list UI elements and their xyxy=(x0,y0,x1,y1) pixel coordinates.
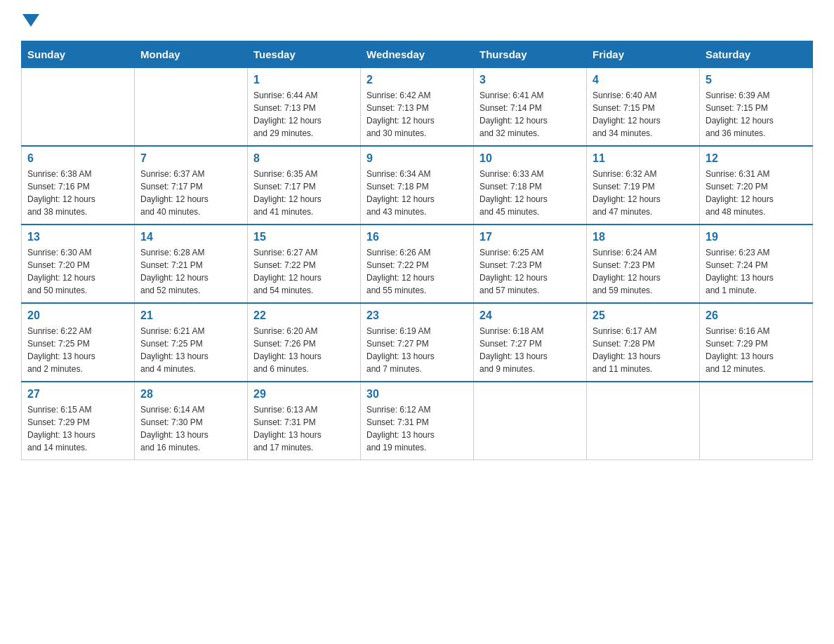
calendar-week-row: 20Sunrise: 6:22 AM Sunset: 7:25 PM Dayli… xyxy=(22,303,813,382)
day-info: Sunrise: 6:14 AM Sunset: 7:30 PM Dayligh… xyxy=(140,403,241,454)
day-info: Sunrise: 6:25 AM Sunset: 7:23 PM Dayligh… xyxy=(479,246,581,297)
calendar-cell: 10Sunrise: 6:33 AM Sunset: 7:18 PM Dayli… xyxy=(474,146,587,224)
calendar-cell: 3Sunrise: 6:41 AM Sunset: 7:14 PM Daylig… xyxy=(474,68,587,147)
calendar-cell: 1Sunrise: 6:44 AM Sunset: 7:13 PM Daylig… xyxy=(248,68,361,147)
calendar-cell: 15Sunrise: 6:27 AM Sunset: 7:22 PM Dayli… xyxy=(248,224,361,303)
day-number: 14 xyxy=(140,231,241,243)
day-number: 8 xyxy=(253,152,355,165)
day-number: 25 xyxy=(593,309,694,322)
calendar-cell: 20Sunrise: 6:22 AM Sunset: 7:25 PM Dayli… xyxy=(22,303,135,382)
day-info: Sunrise: 6:15 AM Sunset: 7:29 PM Dayligh… xyxy=(27,403,128,454)
calendar-cell: 7Sunrise: 6:37 AM Sunset: 7:17 PM Daylig… xyxy=(135,146,248,224)
day-number: 15 xyxy=(253,231,355,243)
day-info: Sunrise: 6:16 AM Sunset: 7:29 PM Dayligh… xyxy=(706,325,807,375)
calendar-week-row: 13Sunrise: 6:30 AM Sunset: 7:20 PM Dayli… xyxy=(22,224,813,303)
header-monday: Monday xyxy=(135,41,248,68)
calendar-week-row: 6Sunrise: 6:38 AM Sunset: 7:16 PM Daylig… xyxy=(22,146,813,224)
calendar-cell: 4Sunrise: 6:40 AM Sunset: 7:15 PM Daylig… xyxy=(587,68,700,147)
calendar-cell: 16Sunrise: 6:26 AM Sunset: 7:22 PM Dayli… xyxy=(361,224,474,303)
day-info: Sunrise: 6:37 AM Sunset: 7:17 PM Dayligh… xyxy=(140,168,241,218)
calendar-cell: 6Sunrise: 6:38 AM Sunset: 7:16 PM Daylig… xyxy=(22,146,135,224)
day-info: Sunrise: 6:17 AM Sunset: 7:28 PM Dayligh… xyxy=(593,325,694,375)
calendar-cell: 12Sunrise: 6:31 AM Sunset: 7:20 PM Dayli… xyxy=(700,146,813,224)
day-info: Sunrise: 6:23 AM Sunset: 7:24 PM Dayligh… xyxy=(706,246,807,297)
day-number: 27 xyxy=(27,388,128,401)
day-info: Sunrise: 6:20 AM Sunset: 7:26 PM Dayligh… xyxy=(253,325,355,375)
logo-triangle-icon xyxy=(22,14,39,27)
day-number: 17 xyxy=(479,231,581,243)
day-number: 12 xyxy=(706,152,807,165)
header-saturday: Saturday xyxy=(700,41,813,68)
calendar-cell: 22Sunrise: 6:20 AM Sunset: 7:26 PM Dayli… xyxy=(248,303,361,382)
day-number: 26 xyxy=(706,309,807,322)
day-number: 5 xyxy=(706,74,807,86)
day-number: 7 xyxy=(140,152,241,165)
day-number: 21 xyxy=(140,309,241,322)
day-number: 19 xyxy=(706,231,807,243)
day-number: 29 xyxy=(253,388,355,401)
day-info: Sunrise: 6:19 AM Sunset: 7:27 PM Dayligh… xyxy=(366,325,468,375)
day-info: Sunrise: 6:34 AM Sunset: 7:18 PM Dayligh… xyxy=(366,168,468,218)
calendar-cell: 24Sunrise: 6:18 AM Sunset: 7:27 PM Dayli… xyxy=(474,303,587,382)
calendar-cell: 29Sunrise: 6:13 AM Sunset: 7:31 PM Dayli… xyxy=(248,382,361,460)
calendar-cell: 26Sunrise: 6:16 AM Sunset: 7:29 PM Dayli… xyxy=(700,303,813,382)
day-number: 20 xyxy=(27,309,128,322)
day-number: 2 xyxy=(366,74,468,86)
calendar-cell: 5Sunrise: 6:39 AM Sunset: 7:15 PM Daylig… xyxy=(700,68,813,147)
day-info: Sunrise: 6:31 AM Sunset: 7:20 PM Dayligh… xyxy=(706,168,807,218)
logo xyxy=(21,14,39,27)
day-number: 6 xyxy=(27,152,128,165)
day-info: Sunrise: 6:42 AM Sunset: 7:13 PM Dayligh… xyxy=(366,89,468,140)
header-wednesday: Wednesday xyxy=(361,41,474,68)
header-thursday: Thursday xyxy=(474,41,587,68)
day-number: 11 xyxy=(593,152,694,165)
day-info: Sunrise: 6:41 AM Sunset: 7:14 PM Dayligh… xyxy=(479,89,581,140)
day-info: Sunrise: 6:32 AM Sunset: 7:19 PM Dayligh… xyxy=(593,168,694,218)
day-info: Sunrise: 6:12 AM Sunset: 7:31 PM Dayligh… xyxy=(366,403,468,454)
calendar-cell: 11Sunrise: 6:32 AM Sunset: 7:19 PM Dayli… xyxy=(587,146,700,224)
day-number: 1 xyxy=(253,74,355,86)
day-number: 24 xyxy=(479,309,581,322)
calendar-cell: 19Sunrise: 6:23 AM Sunset: 7:24 PM Dayli… xyxy=(700,224,813,303)
day-info: Sunrise: 6:21 AM Sunset: 7:25 PM Dayligh… xyxy=(140,325,241,375)
svg-marker-0 xyxy=(22,14,39,27)
calendar-cell: 30Sunrise: 6:12 AM Sunset: 7:31 PM Dayli… xyxy=(361,382,474,460)
day-info: Sunrise: 6:27 AM Sunset: 7:22 PM Dayligh… xyxy=(253,246,355,297)
calendar-cell: 13Sunrise: 6:30 AM Sunset: 7:20 PM Dayli… xyxy=(22,224,135,303)
day-number: 18 xyxy=(593,231,694,243)
calendar-cell: 14Sunrise: 6:28 AM Sunset: 7:21 PM Dayli… xyxy=(135,224,248,303)
day-number: 4 xyxy=(593,74,694,86)
day-number: 16 xyxy=(366,231,468,243)
day-info: Sunrise: 6:18 AM Sunset: 7:27 PM Dayligh… xyxy=(479,325,581,375)
calendar-cell: 2Sunrise: 6:42 AM Sunset: 7:13 PM Daylig… xyxy=(361,68,474,147)
calendar-cell: 23Sunrise: 6:19 AM Sunset: 7:27 PM Dayli… xyxy=(361,303,474,382)
day-number: 9 xyxy=(366,152,468,165)
calendar-cell: 18Sunrise: 6:24 AM Sunset: 7:23 PM Dayli… xyxy=(587,224,700,303)
day-number: 22 xyxy=(253,309,355,322)
header-tuesday: Tuesday xyxy=(248,41,361,68)
day-number: 30 xyxy=(366,388,468,401)
calendar-cell: 25Sunrise: 6:17 AM Sunset: 7:28 PM Dayli… xyxy=(587,303,700,382)
calendar-cell: 27Sunrise: 6:15 AM Sunset: 7:29 PM Dayli… xyxy=(22,382,135,460)
calendar-cell xyxy=(22,68,135,147)
day-info: Sunrise: 6:22 AM Sunset: 7:25 PM Dayligh… xyxy=(27,325,128,375)
day-number: 10 xyxy=(479,152,581,165)
calendar-table: Sunday Monday Tuesday Wednesday Thursday… xyxy=(21,41,813,460)
day-info: Sunrise: 6:24 AM Sunset: 7:23 PM Dayligh… xyxy=(593,246,694,297)
day-info: Sunrise: 6:33 AM Sunset: 7:18 PM Dayligh… xyxy=(479,168,581,218)
day-info: Sunrise: 6:30 AM Sunset: 7:20 PM Dayligh… xyxy=(27,246,128,297)
calendar-week-row: 1Sunrise: 6:44 AM Sunset: 7:13 PM Daylig… xyxy=(22,68,813,147)
day-number: 3 xyxy=(479,74,581,86)
calendar-cell: 21Sunrise: 6:21 AM Sunset: 7:25 PM Dayli… xyxy=(135,303,248,382)
calendar-cell: 28Sunrise: 6:14 AM Sunset: 7:30 PM Dayli… xyxy=(135,382,248,460)
day-info: Sunrise: 6:35 AM Sunset: 7:17 PM Dayligh… xyxy=(253,168,355,218)
day-info: Sunrise: 6:28 AM Sunset: 7:21 PM Dayligh… xyxy=(140,246,241,297)
day-number: 13 xyxy=(27,231,128,243)
calendar-cell: 17Sunrise: 6:25 AM Sunset: 7:23 PM Dayli… xyxy=(474,224,587,303)
day-info: Sunrise: 6:26 AM Sunset: 7:22 PM Dayligh… xyxy=(366,246,468,297)
day-info: Sunrise: 6:38 AM Sunset: 7:16 PM Dayligh… xyxy=(27,168,128,218)
calendar-cell xyxy=(700,382,813,460)
day-info: Sunrise: 6:13 AM Sunset: 7:31 PM Dayligh… xyxy=(253,403,355,454)
day-info: Sunrise: 6:40 AM Sunset: 7:15 PM Dayligh… xyxy=(593,89,694,140)
calendar-cell: 8Sunrise: 6:35 AM Sunset: 7:17 PM Daylig… xyxy=(248,146,361,224)
